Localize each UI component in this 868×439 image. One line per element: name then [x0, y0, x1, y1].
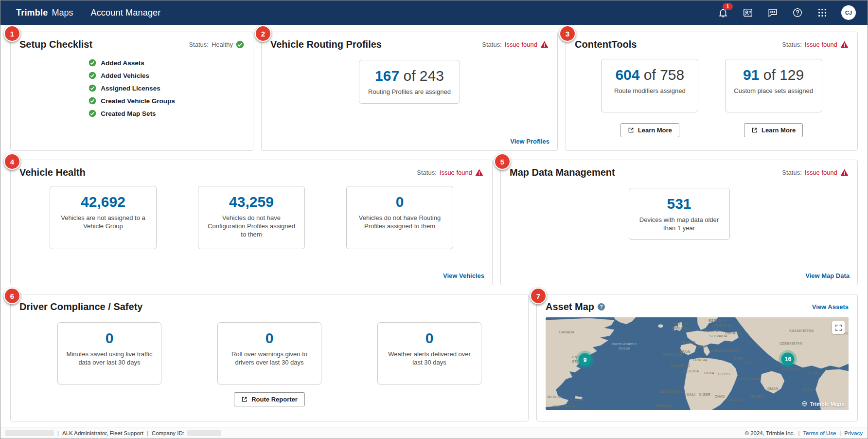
map-attribution-text: Trimble Maps [810, 401, 844, 407]
asset-map-help-icon[interactable]: ? [598, 303, 605, 311]
old-map-data-stat: 531 Devices with map data older than 1 y… [629, 188, 730, 240]
stat-caption: Vehicles do not have Routing Profiles as… [353, 214, 447, 230]
vehicle-health-card: 4 Vehicle Health Status: Issue found 42,… [10, 160, 493, 285]
check-circle-icon [89, 97, 96, 105]
unassigned-vehicle-group-stat: 42,692 Vehicles are not assigned to a Ve… [50, 186, 157, 249]
status-badge: Status: Issue found [482, 40, 549, 49]
map-label: SAUDI ARABIA [735, 377, 762, 382]
view-assets-link[interactable]: View Assets [812, 303, 849, 311]
asset-cluster-marker[interactable]: 16 [781, 352, 795, 366]
stat-caption: Custom place sets assigned [731, 87, 816, 95]
annotation-badge-7: 7 [530, 288, 547, 304]
privacy-link[interactable]: Privacy [844, 430, 863, 436]
map-label: FRANCE [680, 341, 695, 344]
map-label: UKRAINE [725, 331, 742, 335]
stat-value: 0 [266, 330, 274, 346]
status-value: Issue found [440, 169, 472, 176]
setup-checklist-card: 1 Setup Checklist Status: Healthy Added … [10, 32, 253, 151]
row-3: 6 Driver Compliance / Safety 0 Minutes s… [10, 294, 858, 421]
map-label: IRAQ [743, 361, 752, 365]
expand-icon [835, 324, 842, 331]
map-label: SYRIA [734, 356, 745, 360]
vehicle-health-stats: 42,692 Vehicles are not assigned to a Ve… [19, 186, 483, 249]
vehicle-routing-profiles-card: 2 Vehicle Routing Profiles Status: Issue… [261, 32, 558, 151]
status-label: Status: [782, 169, 801, 176]
stat-caption: Minutes saved using live traffic data ov… [64, 350, 155, 366]
stat-suffix: of 243 [403, 68, 443, 84]
external-link-icon [628, 127, 634, 133]
stat-caption: Weather alerts delivered over last 30 da… [384, 350, 475, 366]
map-label: MALI [687, 392, 695, 396]
warning-triangle-icon [840, 40, 849, 49]
map-label: PAKISTAN [782, 367, 800, 371]
card-title: Vehicle Routing Profiles [270, 39, 382, 50]
custom-place-sets-column: 91 of 129 Custom place sets assigned Lea… [725, 59, 822, 137]
warning-triangle-icon [840, 168, 849, 177]
map-label: North Atlantic Ocean [611, 342, 638, 351]
map-label: LIBYA [704, 371, 714, 375]
driver-compliance-stats: 0 Minutes saved using live traffic data … [19, 322, 519, 384]
user-avatar[interactable]: CJ [841, 5, 856, 20]
stat-value: 167 [375, 68, 399, 84]
learn-more-button[interactable]: Learn More [620, 123, 679, 137]
view-profiles-link[interactable]: View Profiles [510, 138, 549, 145]
map-label: KAZAKHSTAN [789, 329, 814, 332]
stat-suffix: of 758 [644, 67, 684, 83]
map-label: INDIA [803, 388, 813, 391]
checklist-item-label: Created Vehicle Groups [101, 97, 175, 105]
asset-map[interactable]: CANADA UNITED STATES MEXICO CUBA GUATEMA… [546, 317, 849, 410]
status-label: Status: [417, 169, 436, 176]
brand-secondary: Maps [52, 8, 73, 18]
notifications-button[interactable]: 1 [717, 7, 729, 18]
card-title: ContentTools [575, 39, 637, 50]
warning-triangle-icon [540, 40, 549, 49]
external-link-icon [241, 396, 248, 402]
stat-caption: Devices with map data older than 1 year [635, 216, 724, 232]
status-value: Issue found [805, 169, 837, 176]
separator: | [798, 430, 800, 436]
map-label: CHAD [715, 394, 725, 398]
card-title: Vehicle Health [19, 167, 86, 178]
feedback-button[interactable] [767, 7, 779, 18]
external-link-icon [751, 127, 758, 133]
fullscreen-button[interactable] [832, 321, 845, 334]
map-label: UZBEKISTAN [779, 342, 802, 345]
route-reporter-button[interactable]: Route Reporter [234, 392, 305, 406]
top-bar-icons: 1 CJ [717, 5, 856, 20]
terms-of-use-link[interactable]: Terms of Use [803, 430, 836, 436]
checklist-item-label: Created Map Sets [101, 110, 156, 117]
content-tools-card: 3 ContentTools Status: Issue found 604 o… [566, 32, 858, 151]
checklist-item-label: Added Vehicles [101, 72, 149, 79]
separator: | [147, 430, 148, 436]
status-label: Status: [782, 41, 801, 48]
grid-icon [817, 7, 828, 18]
status-label: Status: [482, 41, 501, 48]
stat-value: 604 [615, 67, 639, 83]
app-grid-button[interactable] [816, 7, 828, 18]
redacted-text [5, 430, 54, 436]
help-button[interactable] [792, 7, 803, 18]
map-label: ITALY [698, 344, 708, 348]
stat-caption: Roll over warnings given to drivers over… [224, 350, 315, 366]
contacts-button[interactable] [742, 7, 754, 18]
learn-more-button[interactable]: Learn More [744, 123, 803, 137]
card-title: Asset Map [546, 301, 594, 312]
view-vehicles-link[interactable]: View Vehicles [443, 272, 484, 279]
card-title: Driver Compliance / Safety [19, 301, 142, 312]
map-label: SUDAN [728, 398, 742, 402]
annotation-badge-5: 5 [494, 153, 511, 170]
setup-checklist: Added Assets Added Vehicles Assigned Lic… [89, 59, 175, 117]
status-value: Healthy [212, 41, 233, 48]
checklist-item: Added Assets [89, 59, 175, 67]
view-map-data-link[interactable]: View Map Data [805, 272, 850, 279]
redacted-company-id [187, 430, 221, 436]
check-circle-icon [89, 72, 96, 79]
trimble-maps-logo[interactable]: Trimble Maps [12, 8, 73, 18]
asset-cluster-marker[interactable]: 9 [578, 353, 591, 366]
map-label: NIGER [699, 392, 710, 396]
stat-caption: Vehicles are not assigned to a Vehicle G… [56, 214, 150, 230]
map-label: SENEGAL [655, 403, 673, 407]
status-value: Issue found [505, 41, 537, 48]
map-label: MEXICO [548, 395, 562, 399]
copyright: © 2024, Trimble Inc. [744, 430, 795, 436]
